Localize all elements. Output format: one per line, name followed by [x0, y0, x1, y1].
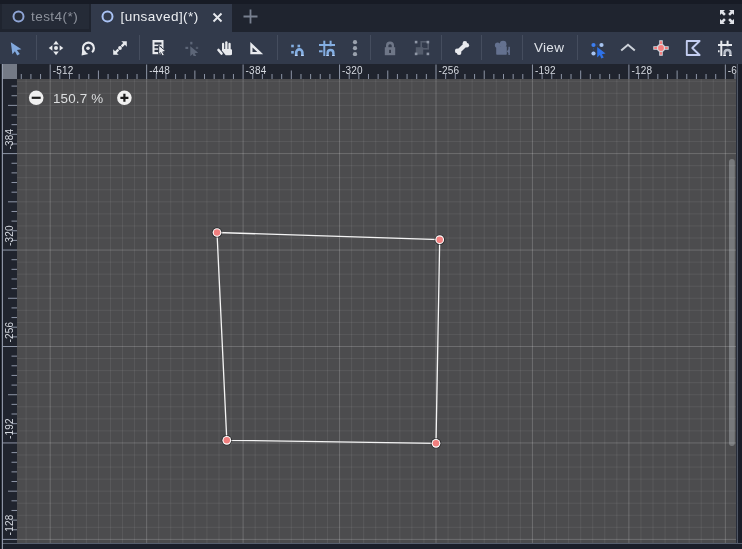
svg-text:-384: -384	[246, 65, 267, 76]
svg-text:-256: -256	[4, 321, 15, 342]
svg-text:-320: -320	[4, 225, 15, 246]
svg-text:-256: -256	[439, 65, 460, 76]
svg-text:-512: -512	[53, 65, 74, 76]
svg-text:-384: -384	[4, 129, 15, 150]
svg-text:-192: -192	[4, 418, 15, 439]
svg-text:-448: -448	[149, 65, 170, 76]
svg-text:-320: -320	[342, 65, 363, 76]
svg-text:-192: -192	[535, 65, 556, 76]
svg-text:-128: -128	[631, 65, 652, 76]
svg-text:150.7 %: 150.7 %	[53, 91, 103, 106]
svg-text:-128: -128	[4, 514, 15, 535]
